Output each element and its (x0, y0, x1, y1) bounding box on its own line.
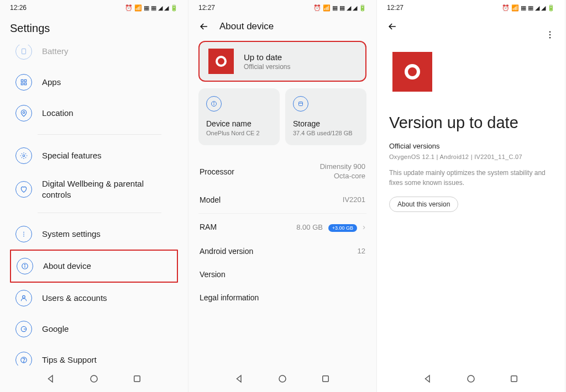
spec-key: Model (200, 195, 221, 204)
spec-legal-info[interactable]: Legal information (198, 286, 366, 309)
spec-key: Android version (200, 247, 253, 256)
nav-recent[interactable] (321, 374, 331, 384)
item-label: System settings (42, 229, 101, 240)
spec-android-version[interactable]: Android version 12 (198, 240, 366, 263)
svg-point-17 (91, 375, 97, 382)
svg-point-7 (23, 232, 24, 233)
svg-point-21 (214, 102, 214, 103)
spec-processor[interactable]: Processor Dimensity 900 Octa-core (198, 155, 366, 188)
battery-icon (15, 45, 32, 60)
sidebar-item-digital-wellbeing[interactable]: Digital Wellbeing & parental controls (10, 171, 178, 207)
version-title: Version up to date (389, 114, 553, 132)
svg-rect-1 (21, 80, 23, 82)
sidebar-item-about-device[interactable]: About device (10, 250, 178, 283)
svg-point-12 (24, 264, 25, 265)
nav-bar (377, 365, 565, 392)
nav-home[interactable] (466, 374, 476, 384)
svg-rect-4 (24, 83, 27, 85)
nav-home[interactable] (277, 374, 287, 384)
nav-recent[interactable] (509, 374, 519, 384)
sidebar-item-battery[interactable]: Battery (10, 45, 178, 67)
svg-point-26 (549, 31, 551, 33)
card-value: OnePlus Nord CE 2 (206, 130, 272, 136)
version-subtitle: Official versions (389, 142, 553, 150)
version-chips: OxygenOS 12.1 | Android12 | IV2201_11_C.… (389, 153, 553, 160)
spec-key: Processor (200, 167, 234, 176)
uptodate-subtitle: Official versions (244, 63, 290, 71)
spec-key: Version (200, 270, 226, 279)
nav-bar (0, 365, 188, 392)
sidebar-item-system-settings[interactable]: System settings (10, 219, 178, 250)
status-bar: 12:27 ⏰ 📶 ▦ ▦ ◢ ◢ 🔋 (188, 0, 376, 15)
svg-point-5 (23, 112, 25, 114)
svg-point-9 (23, 236, 24, 237)
item-label: Digital Wellbeing & parental controls (42, 178, 172, 200)
svg-point-8 (23, 234, 24, 235)
svg-rect-2 (24, 80, 27, 82)
svg-point-13 (23, 295, 25, 298)
dots-icon (15, 226, 32, 242)
settings-list: Battery Apps Location Special features D… (0, 45, 188, 365)
about-content: Up to date Official versions Device name… (188, 41, 376, 365)
page-title: Settings (0, 15, 188, 45)
nav-back[interactable] (423, 374, 433, 384)
item-label: Apps (42, 77, 61, 88)
card-title: Storage (293, 119, 359, 128)
svg-rect-25 (323, 376, 329, 382)
card-title: Device name (206, 119, 272, 128)
divider (38, 134, 161, 135)
svg-rect-30 (511, 376, 517, 382)
card-value: 37.4 GB used/128 GB (293, 130, 359, 136)
header (377, 15, 565, 41)
sidebar-item-special-features[interactable]: Special features (10, 140, 178, 171)
status-time: 12:27 (198, 4, 215, 12)
google-icon (15, 321, 32, 337)
spec-value: 8.00 GB (296, 223, 323, 231)
about-version-button[interactable]: About this version (389, 197, 458, 212)
svg-point-29 (468, 375, 474, 382)
svg-point-16 (23, 362, 24, 362)
spec-model[interactable]: Model IV2201 (198, 188, 366, 212)
item-label: Tips & Support (42, 354, 97, 365)
page-title: About device (219, 21, 274, 32)
back-arrow-icon[interactable] (387, 21, 398, 32)
divider (198, 213, 366, 214)
oneplus-logo-icon (392, 52, 432, 92)
nav-back[interactable] (234, 374, 244, 384)
nav-recent[interactable] (132, 374, 142, 384)
item-label: Users & accounts (42, 293, 107, 304)
spec-key: RAM (200, 223, 217, 231)
svg-rect-3 (21, 83, 23, 85)
status-time: 12:26 (10, 4, 27, 12)
question-icon (15, 352, 32, 365)
back-arrow-icon[interactable] (198, 21, 209, 32)
nav-home[interactable] (89, 374, 99, 384)
item-label: About device (43, 261, 91, 272)
version-description: This update mainly optimizes the system … (389, 168, 553, 188)
storage-icon (293, 96, 308, 112)
sidebar-item-google[interactable]: Google (10, 314, 178, 345)
device-name-card[interactable]: Device name OnePlus Nord CE 2 (198, 88, 280, 145)
sidebar-item-location[interactable]: Location (10, 98, 178, 129)
version-content: Version up to date Official versions Oxy… (377, 41, 565, 365)
status-bar: 12:26 ⏰ 📶 ▦ ▦ ◢ ◢ 🔋 (0, 0, 188, 15)
screen-version: 12:27 ⏰ 📶 ▦ ▦ ◢ ◢ 🔋 Version up to date O… (377, 0, 565, 392)
svg-point-6 (23, 155, 25, 157)
storage-card[interactable]: Storage 37.4 GB used/128 GB (285, 88, 366, 145)
sidebar-item-tips-support[interactable]: Tips & Support (10, 345, 178, 365)
sidebar-item-users-accounts[interactable]: Users & accounts (10, 283, 178, 314)
spec-ram[interactable]: RAM 8.00 GB +3.00 GB › (198, 215, 366, 240)
sidebar-item-apps[interactable]: Apps (10, 67, 178, 98)
divider (38, 213, 161, 213)
spec-value: 12 (358, 247, 365, 256)
kebab-menu-icon[interactable] (545, 30, 555, 42)
gear-icon (15, 147, 32, 164)
nav-back[interactable] (46, 374, 56, 384)
spec-key: Legal information (200, 293, 259, 302)
item-label: Battery (42, 46, 69, 57)
item-label: Google (42, 324, 69, 335)
up-to-date-card[interactable]: Up to date Official versions (198, 41, 366, 82)
info-icon (206, 96, 222, 112)
spec-version[interactable]: Version (198, 263, 366, 286)
svg-rect-0 (22, 49, 26, 54)
